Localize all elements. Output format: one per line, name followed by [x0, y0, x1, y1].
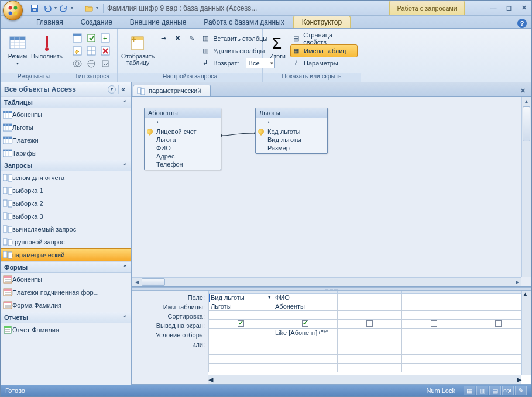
nav-item[interactable]: Платежи подчиненная фор...: [1, 286, 131, 299]
passthrough-query-icon[interactable]: [85, 58, 98, 70]
grid-sort-cell[interactable]: [466, 311, 531, 320]
view-chart-button[interactable]: ▤: [489, 386, 501, 395]
grid-show-checkbox[interactable]: [273, 320, 338, 329]
grid-or-cell[interactable]: [338, 337, 402, 346]
grid-or-cell[interactable]: [466, 337, 531, 346]
grid-or-cell[interactable]: [273, 337, 338, 346]
nav-group-query[interactable]: Запросы⌃: [1, 160, 131, 171]
nav-item[interactable]: выборка 1: [1, 184, 131, 197]
doc-close-button[interactable]: ✕: [518, 86, 528, 96]
grid-empty-cell[interactable]: [338, 364, 402, 372]
grid-criteria-cell[interactable]: [338, 329, 402, 337]
table-title[interactable]: Абоненты: [145, 108, 221, 118]
property-sheet-button[interactable]: ▤Страница свойств: [291, 33, 357, 44]
field-row[interactable]: Размер: [256, 144, 327, 152]
undo-icon[interactable]: [42, 2, 53, 14]
field-row[interactable]: Лицевой счет: [145, 127, 221, 136]
nav-title[interactable]: Все объекты Access ▾ «: [1, 82, 131, 96]
nav-item[interactable]: вычисляемый запрос: [1, 223, 131, 236]
run-button[interactable]: Выполнить: [33, 32, 60, 70]
crosstab-query-icon[interactable]: [85, 45, 98, 57]
grid-empty-cell[interactable]: [209, 355, 273, 364]
grid-empty-cell[interactable]: [402, 346, 466, 355]
field-row[interactable]: ФИО: [145, 144, 221, 152]
grid-criteria-cell[interactable]: [466, 329, 531, 337]
field-row[interactable]: Льгота: [145, 136, 221, 144]
maketable-query-icon[interactable]: [85, 32, 98, 44]
field-row[interactable]: *: [145, 119, 221, 127]
grid-criteria-cell[interactable]: Like [Абонент]+"*": [273, 329, 338, 337]
minimize-button[interactable]: —: [489, 4, 498, 12]
nav-group-table[interactable]: Таблицы⌃: [1, 96, 131, 108]
table-title[interactable]: Льготы: [256, 108, 327, 118]
field-row[interactable]: Телефон: [145, 160, 221, 168]
nav-item[interactable]: Абоненты: [1, 108, 131, 121]
help-icon[interactable]: ?: [517, 19, 527, 28]
nav-group-report[interactable]: Отчеты⌃: [1, 312, 131, 323]
delete-query-icon[interactable]: [99, 45, 112, 57]
grid-empty-cell[interactable]: [466, 346, 531, 355]
parameters-button[interactable]: ⑂Параметры: [291, 57, 357, 69]
diagram-vscroll[interactable]: ▲: [521, 97, 531, 277]
update-query-icon[interactable]: [71, 45, 84, 57]
close-button[interactable]: ✕: [519, 4, 528, 12]
view-datasheet-button[interactable]: ▦: [464, 386, 475, 395]
view-sql-button[interactable]: SQL: [502, 386, 514, 395]
grid-empty-cell[interactable]: [273, 355, 338, 364]
nav-item[interactable]: выборка 3: [1, 210, 131, 223]
grid-or-cell[interactable]: [402, 337, 466, 346]
grid-empty-cell[interactable]: [338, 346, 402, 355]
field-row[interactable]: Вид льготы: [256, 136, 327, 144]
grid-show-checkbox[interactable]: [402, 320, 466, 329]
grid-table-cell[interactable]: Льготы: [209, 302, 273, 311]
nav-item[interactable]: параметрический: [1, 248, 131, 261]
nav-item[interactable]: Тарифы: [1, 147, 131, 160]
grid-empty-cell[interactable]: [402, 355, 466, 364]
grid-field-cell[interactable]: [402, 294, 466, 302]
nav-item[interactable]: групповой запрос: [1, 236, 131, 248]
grid-vscroll[interactable]: ▲: [521, 291, 531, 375]
grid-or-cell[interactable]: [209, 337, 273, 346]
return-value-combo[interactable]: Все: [246, 58, 275, 68]
grid-field-cell[interactable]: [466, 294, 531, 302]
grid-show-checkbox[interactable]: [466, 320, 531, 329]
field-row[interactable]: Адрес: [145, 152, 221, 160]
nav-group-form[interactable]: Формы⌃: [1, 261, 131, 273]
grid-table-cell[interactable]: Абоненты: [273, 302, 338, 311]
show-table-button[interactable]: + Отобразить таблицу: [121, 32, 155, 70]
grid-empty-cell[interactable]: [209, 346, 273, 355]
grid-table-cell[interactable]: [338, 302, 402, 311]
nav-item[interactable]: Льготы: [1, 121, 131, 134]
ribbon-tab-home[interactable]: Главная: [28, 16, 72, 28]
restore-button[interactable]: ◻: [504, 4, 513, 12]
nav-item[interactable]: Форма Фамилия: [1, 299, 131, 312]
field-row[interactable]: Код льготы: [256, 127, 327, 136]
grid-table-cell[interactable]: [466, 302, 531, 311]
nav-item[interactable]: Платежи: [1, 134, 131, 147]
table-window[interactable]: Абоненты*Лицевой счетЛьготаФИОАдресТелеф…: [144, 108, 221, 170]
open-icon[interactable]: [83, 2, 95, 14]
redo-icon[interactable]: [58, 2, 70, 14]
grid-sort-cell[interactable]: [338, 311, 402, 320]
grid-sort-cell[interactable]: [209, 311, 273, 320]
nav-item[interactable]: Отчет Фамилия: [1, 323, 131, 336]
field-row[interactable]: *: [256, 119, 327, 127]
grid-field-cell[interactable]: [338, 294, 402, 302]
nav-collapse-button[interactable]: «: [118, 85, 128, 94]
view-pivot-button[interactable]: ▥: [476, 386, 488, 395]
ribbon-tab-create[interactable]: Создание: [72, 16, 121, 28]
office-button[interactable]: [3, 1, 23, 20]
view-button[interactable]: Режим ▾: [4, 32, 31, 70]
ribbon-tab-external[interactable]: Внешние данные: [121, 16, 195, 28]
grid-empty-cell[interactable]: [466, 364, 531, 372]
grid-criteria-cell[interactable]: [209, 329, 273, 337]
insert-rows-icon[interactable]: ⇥: [157, 32, 170, 44]
grid-empty-cell[interactable]: [273, 364, 338, 372]
return-combo[interactable]: ↲Возврат: Все: [200, 57, 277, 69]
grid-empty-cell[interactable]: [466, 355, 531, 364]
grid-show-checkbox[interactable]: [209, 320, 273, 329]
save-icon[interactable]: [29, 2, 40, 14]
union-query-icon[interactable]: [71, 58, 84, 70]
grid-show-checkbox[interactable]: [338, 320, 402, 329]
ribbon-tab-design[interactable]: Конструктор: [293, 16, 351, 28]
